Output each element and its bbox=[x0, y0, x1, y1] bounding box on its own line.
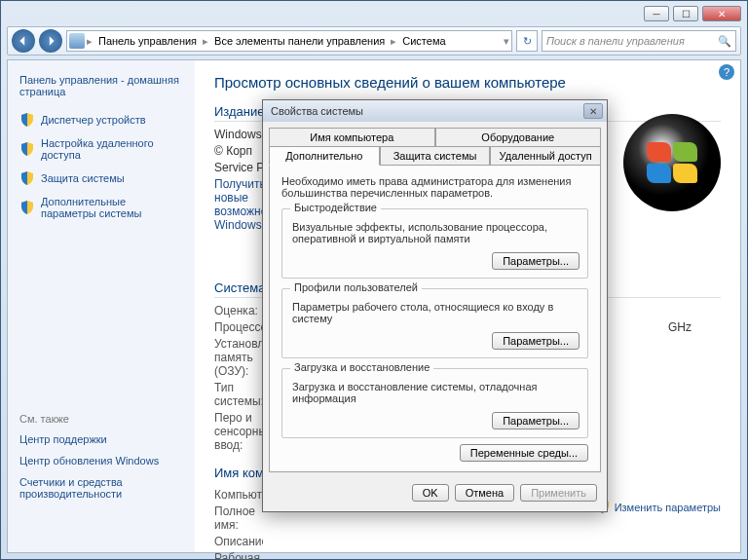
admin-note: Необходимо иметь права администратора дл… bbox=[281, 175, 588, 199]
change-settings-link[interactable]: Изменить параметры bbox=[595, 499, 721, 516]
group-title: Загрузка и восстановление bbox=[290, 361, 433, 373]
proc-label: Процессор: bbox=[214, 320, 263, 334]
env-vars-button[interactable]: Переменные среды... bbox=[460, 444, 588, 462]
maximize-button[interactable]: ☐ bbox=[673, 6, 698, 21]
see-also-link[interactable]: Центр поддержки bbox=[19, 429, 183, 450]
dialog-titlebar[interactable]: Свойства системы ✕ bbox=[263, 100, 607, 122]
full-label: Полное имя: bbox=[214, 504, 263, 532]
tab-protection[interactable]: Защита системы bbox=[380, 146, 491, 166]
ok-button[interactable]: OK bbox=[412, 484, 449, 502]
performance-group: Быстродействие Визуальные эффекты, испол… bbox=[281, 208, 588, 279]
breadcrumb-item[interactable]: Система bbox=[398, 35, 449, 47]
pen-label: Перо и сенсорный ввод: bbox=[214, 411, 263, 452]
group-title: Быстродействие bbox=[290, 202, 381, 213]
rating-label: Оценка: bbox=[214, 304, 263, 317]
help-button[interactable]: ? bbox=[719, 64, 734, 80]
chevron-right-icon[interactable]: ▸ bbox=[87, 35, 93, 48]
cancel-button[interactable]: Отмена bbox=[455, 484, 514, 502]
group-desc: Параметры рабочего стола, относящиеся ко… bbox=[292, 301, 578, 324]
profiles-settings-button[interactable]: Параметры... bbox=[492, 332, 580, 350]
minimize-button[interactable]: ─ bbox=[644, 6, 669, 21]
sidebar-item-label: Дополнительные параметры системы bbox=[41, 196, 183, 219]
type-label: Тип системы: bbox=[214, 381, 263, 408]
performance-settings-button[interactable]: Параметры... bbox=[492, 252, 580, 270]
shield-icon bbox=[19, 141, 35, 157]
see-also-header: См. также bbox=[19, 409, 183, 429]
proc-value: GHz bbox=[668, 320, 692, 334]
startup-settings-button[interactable]: Параметры... bbox=[492, 412, 580, 429]
forward-button[interactable] bbox=[39, 29, 62, 53]
shield-icon bbox=[19, 112, 35, 128]
tab-advanced[interactable]: Дополнительно bbox=[269, 146, 380, 166]
group-desc: Визуальные эффекты, использование процес… bbox=[292, 221, 578, 244]
back-button[interactable] bbox=[12, 29, 35, 53]
close-button[interactable]: ✕ bbox=[702, 6, 741, 21]
group-title: Профили пользователей bbox=[290, 281, 422, 293]
profiles-group: Профили пользователей Параметры рабочего… bbox=[281, 288, 588, 358]
shield-icon bbox=[19, 170, 35, 186]
sidebar-item-protection[interactable]: Защита системы bbox=[19, 166, 183, 191]
dialog-title: Свойства системы bbox=[271, 105, 363, 117]
sidebar-item-label: Защита системы bbox=[41, 172, 125, 184]
desc-label: Описание: bbox=[214, 535, 263, 548]
breadcrumb-item[interactable]: Панель управления bbox=[94, 35, 201, 47]
breadcrumb[interactable]: ▸ Панель управления ▸ Все элементы панел… bbox=[66, 30, 512, 52]
search-input[interactable]: Поиск в панели управления 🔍 bbox=[542, 30, 736, 52]
tab-remote[interactable]: Удаленный доступ bbox=[490, 146, 601, 166]
apply-button[interactable]: Применить bbox=[520, 484, 597, 502]
dialog-close-button[interactable]: ✕ bbox=[583, 103, 603, 119]
shield-icon bbox=[19, 200, 35, 215]
chevron-right-icon[interactable]: ▸ bbox=[391, 35, 396, 48]
service-pack: Service P bbox=[214, 161, 264, 174]
group-desc: Загрузка и восстановление системы, отлад… bbox=[292, 381, 578, 404]
sidebar-item-advanced[interactable]: Дополнительные параметры системы bbox=[19, 191, 183, 224]
search-icon[interactable]: 🔍 bbox=[718, 35, 731, 48]
search-placeholder: Поиск в панели управления bbox=[546, 35, 685, 47]
see-also-link[interactable]: Счетчики и средства производительности bbox=[19, 471, 183, 504]
tab-computer-name[interactable]: Имя компьютера bbox=[269, 128, 435, 147]
see-also-link[interactable]: Центр обновления Windows bbox=[19, 450, 183, 471]
chevron-down-icon[interactable]: ▾ bbox=[504, 35, 509, 48]
system-properties-dialog: Свойства системы ✕ Имя компьютера Оборуд… bbox=[262, 99, 608, 512]
copyright: © Корп bbox=[214, 144, 252, 158]
sidebar-item-label: Настройка удаленного доступа bbox=[41, 137, 183, 161]
sidebar-item-device-manager[interactable]: Диспетчер устройств bbox=[19, 107, 183, 132]
page-title: Просмотр основных сведений о вашем компь… bbox=[214, 74, 721, 91]
control-panel-icon bbox=[69, 33, 85, 49]
sidebar-item-label: Диспетчер устройств bbox=[41, 114, 146, 126]
wg-label: Рабочая группа: bbox=[214, 551, 273, 560]
breadcrumb-item[interactable]: Все элементы панели управления bbox=[210, 35, 389, 47]
chevron-right-icon[interactable]: ▸ bbox=[203, 35, 208, 48]
refresh-button[interactable]: ↻ bbox=[516, 30, 538, 52]
edition-value: Windows bbox=[214, 128, 262, 141]
windows-logo bbox=[623, 114, 721, 211]
startup-group: Загрузка и восстановление Загрузка и вос… bbox=[281, 368, 588, 438]
sidebar-item-remote[interactable]: Настройка удаленного доступа bbox=[19, 132, 183, 166]
tab-hardware[interactable]: Оборудование bbox=[435, 128, 602, 147]
comp-label: Компьютер: bbox=[214, 488, 263, 502]
home-link[interactable]: Панель управления - домашняя страница bbox=[19, 68, 183, 107]
